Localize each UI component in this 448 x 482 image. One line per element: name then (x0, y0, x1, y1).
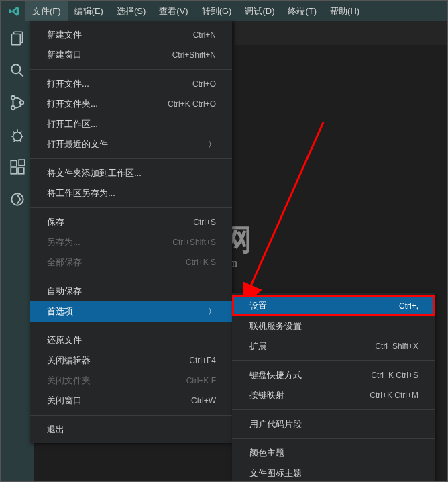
svg-point-6 (20, 101, 23, 104)
svg-point-7 (13, 132, 22, 141)
explorer-icon[interactable] (9, 30, 26, 47)
separator (232, 438, 435, 439)
submenu-user-snippets[interactable]: 用户代码片段 (232, 414, 435, 434)
submenu-keyboard-shortcuts[interactable]: 键盘快捷方式Ctrl+K Ctrl+S (232, 365, 435, 385)
svg-point-2 (11, 64, 20, 73)
svg-rect-18 (19, 160, 25, 166)
svg-rect-1 (11, 34, 20, 45)
menu-save-all: 全部保存Ctrl+K S (30, 252, 232, 273)
svg-point-5 (11, 106, 15, 109)
menu-open-recent[interactable]: 打开最近的文件〉 (30, 134, 232, 154)
svg-point-4 (11, 96, 15, 99)
preferences-submenu: 设置Ctrl+, 联机服务设置 扩展Ctrl+Shift+X 键盘快捷方式Ctr… (232, 293, 435, 482)
menu-open-workspace[interactable]: 打开工作区... (30, 114, 232, 134)
svg-line-11 (13, 132, 15, 133)
menubar: 文件(F) 编辑(E) 选择(S) 查看(V) 转到(G) 调试(D) 终端(T… (1, 1, 447, 21)
submenu-keymaps[interactable]: 按键映射Ctrl+K Ctrl+M (232, 385, 435, 405)
menu-exit[interactable]: 退出 (30, 420, 232, 440)
separator (30, 277, 232, 277)
chevron-right-icon: 〉 (208, 139, 216, 150)
menubar-item-view[interactable]: 查看(V) (152, 1, 194, 21)
live-share-icon[interactable] (9, 191, 26, 208)
separator (232, 360, 435, 361)
submenu-extensions[interactable]: 扩展Ctrl+Shift+X (232, 336, 435, 356)
menubar-item-select[interactable]: 选择(S) (110, 1, 152, 21)
svg-line-13 (14, 140, 15, 142)
menu-open-file[interactable]: 打开文件...Ctrl+O (30, 74, 232, 94)
menu-save-as: 另存为...Ctrl+Shift+S (30, 232, 232, 252)
search-icon[interactable] (9, 62, 26, 79)
menubar-item-edit[interactable]: 编辑(E) (68, 1, 110, 21)
menu-add-folder[interactable]: 将文件夹添加到工作区... (30, 163, 232, 183)
submenu-file-icon-theme[interactable]: 文件图标主题 (232, 463, 435, 482)
separator (30, 158, 232, 159)
menu-close-editor[interactable]: 关闭编辑器Ctrl+F4 (30, 350, 232, 371)
svg-rect-17 (18, 168, 24, 174)
chevron-right-icon: 〉 (208, 306, 216, 318)
menu-save[interactable]: 保存Ctrl+S (30, 212, 232, 232)
separator (232, 409, 435, 410)
debug-icon[interactable] (9, 126, 26, 144)
menu-open-folder[interactable]: 打开文件夹...Ctrl+K Ctrl+O (30, 94, 232, 114)
menubar-item-debug[interactable]: 调试(D) (238, 1, 281, 21)
menu-autosave[interactable]: 自动保存 (30, 281, 232, 301)
menu-preferences[interactable]: 首选项〉 (30, 301, 232, 322)
menubar-item-help[interactable]: 帮助(H) (323, 1, 366, 21)
svg-line-14 (19, 140, 21, 142)
submenu-online-settings[interactable]: 联机服务设置 (232, 316, 435, 336)
menubar-item-goto[interactable]: 转到(G) (195, 1, 239, 21)
file-menu: 新建文件Ctrl+N 新建窗口Ctrl+Shift+N 打开文件...Ctrl+… (30, 21, 232, 443)
menu-close-window[interactable]: 关闭窗口Ctrl+W (30, 391, 232, 411)
separator (30, 326, 232, 326)
menu-close-folder: 关闭文件夹Ctrl+K F (30, 371, 232, 391)
submenu-color-theme[interactable]: 颜色主题 (232, 443, 435, 463)
extensions-icon[interactable] (9, 158, 26, 176)
svg-rect-15 (11, 160, 17, 166)
svg-line-3 (19, 73, 23, 76)
separator (30, 207, 232, 208)
menu-save-workspace-as[interactable]: 将工作区另存为... (30, 183, 232, 203)
menubar-item-terminal[interactable]: 终端(T) (281, 1, 323, 21)
source-control-icon[interactable] (9, 94, 26, 111)
submenu-settings[interactable]: 设置Ctrl+, (232, 296, 435, 316)
svg-line-12 (20, 132, 21, 133)
svg-rect-16 (11, 168, 17, 174)
separator (30, 69, 232, 70)
menu-new-window[interactable]: 新建窗口Ctrl+Shift+N (30, 45, 232, 65)
separator (30, 415, 232, 416)
menu-new-file[interactable]: 新建文件Ctrl+N (30, 25, 232, 45)
menu-revert-file[interactable]: 还原文件 (30, 330, 232, 350)
activitybar (1, 21, 34, 481)
vscode-logo-icon (8, 5, 20, 17)
menubar-item-file[interactable]: 文件(F) (25, 1, 68, 21)
